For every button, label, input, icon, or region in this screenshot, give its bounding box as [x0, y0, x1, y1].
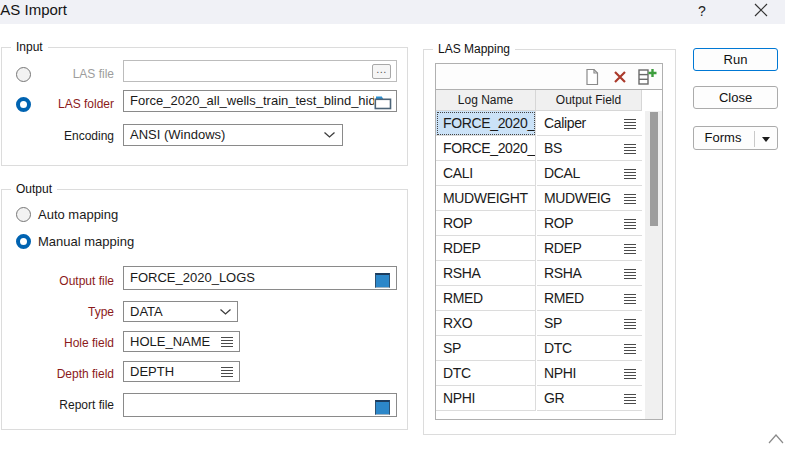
las-folder-input[interactable]: Force_2020_all_wells_train_test_blind_hi… [123, 90, 397, 112]
forms-dropdown-arrow-icon[interactable] [762, 137, 770, 142]
add-row-button[interactable] [638, 68, 657, 86]
encoding-select[interactable]: ANSI (Windows) [123, 124, 343, 146]
encoding-chevron-icon [324, 132, 335, 138]
report-file-label: Report file [32, 398, 114, 412]
las-folder-browse-button[interactable] [374, 95, 392, 110]
run-button[interactable]: Run [693, 48, 778, 71]
output-field-menu-icon[interactable] [624, 194, 636, 204]
close-dialog-button[interactable]: Close [693, 86, 778, 109]
output-field-cell[interactable]: BS [537, 136, 642, 161]
mapping-row: RXOSP [436, 311, 642, 336]
log-name-cell[interactable]: NPHI [436, 386, 536, 411]
las-folder-radio[interactable] [16, 97, 31, 112]
forms-separator [754, 131, 755, 147]
forms-button[interactable]: Forms [693, 126, 778, 150]
log-name-cell[interactable]: ROP [436, 211, 536, 236]
las-file-radio[interactable] [16, 67, 31, 82]
output-field-cell[interactable]: SP [537, 311, 642, 336]
mapping-row: MUDWEIGHTMUDWEIG [436, 186, 642, 211]
mapping-row: SPDTC [436, 336, 642, 361]
scrollbar-thumb[interactable] [650, 112, 658, 226]
output-field-cell[interactable]: RSHA [537, 261, 642, 286]
output-field-cell[interactable]: NPHI [537, 361, 642, 386]
mapping-table-scrollbar[interactable] [645, 111, 662, 419]
output-field-menu-icon[interactable] [624, 119, 636, 129]
encoding-label: Encoding [32, 128, 114, 144]
column-header-output-field[interactable]: Output Field [536, 90, 642, 111]
new-file-icon [584, 68, 600, 86]
mapping-table-header: Log Name Output Field [436, 90, 642, 111]
output-field-cell[interactable]: RDEP [537, 236, 642, 261]
output-field-cell[interactable]: GR [537, 386, 642, 411]
log-name-cell[interactable]: FORCE_2020_ [436, 136, 536, 161]
help-button[interactable]: ? [692, 0, 712, 22]
output-field-menu-icon[interactable] [624, 169, 636, 179]
hole-field-menu-icon[interactable] [221, 337, 233, 347]
output-field-cell[interactable]: ROP [537, 211, 642, 236]
log-name-cell[interactable]: RSHA [436, 261, 536, 286]
log-name-cell[interactable]: RXO [436, 311, 536, 336]
input-group-label: Input [11, 40, 48, 54]
mapping-row: CALIDCAL [436, 161, 642, 186]
log-name-cell[interactable]: SP [436, 336, 536, 361]
output-field-cell[interactable]: Caliper [537, 111, 642, 136]
mapping-table-body: FORCE_2020_CaliperFORCE_2020_BSCALIDCALM… [436, 111, 642, 419]
output-field-cell[interactable]: RMED [537, 286, 642, 311]
close-icon [749, 0, 773, 22]
mapping-row: RDEPRDEP [436, 236, 642, 261]
output-field-menu-icon[interactable] [624, 369, 636, 379]
log-name-cell[interactable]: DTC [436, 361, 536, 386]
log-name-cell[interactable]: CALI [436, 161, 536, 186]
log-name-cell[interactable]: RDEP [436, 236, 536, 261]
output-field-menu-icon[interactable] [624, 294, 636, 304]
manual-mapping-radio[interactable] [16, 234, 31, 249]
depth-field-label: Depth field [32, 367, 114, 381]
column-header-log-name[interactable]: Log Name [436, 90, 536, 111]
log-name-cell[interactable]: FORCE_2020_ [436, 111, 536, 136]
output-group-label: Output [11, 182, 57, 196]
manual-mapping-label: Manual mapping [38, 234, 134, 249]
output-file-picker-button[interactable] [375, 273, 390, 288]
log-name-cell[interactable]: RMED [436, 286, 536, 311]
report-file-picker-button[interactable] [375, 400, 390, 415]
output-field-cell[interactable]: MUDWEIG [537, 186, 642, 211]
mapping-row: RSHARSHA [436, 261, 642, 286]
las-mapping-group-label: LAS Mapping [433, 42, 515, 56]
log-name-cell[interactable]: MUDWEIGHT [436, 186, 536, 211]
folder-icon [374, 95, 392, 110]
mapping-toolbar [436, 64, 662, 90]
report-file-input[interactable] [123, 393, 397, 417]
type-label: Type [32, 305, 114, 319]
output-file-input[interactable]: FORCE_2020_LOGS [123, 266, 397, 290]
mapping-row: RMEDRMED [436, 286, 642, 311]
mapping-row: FORCE_2020_BS [436, 136, 642, 161]
output-field-menu-icon[interactable] [624, 144, 636, 154]
type-chevron-icon [220, 309, 231, 315]
close-button[interactable] [749, 0, 773, 22]
output-field-cell[interactable]: DCAL [537, 161, 642, 186]
output-field-menu-icon[interactable] [624, 219, 636, 229]
las-file-label: LAS file [32, 66, 114, 82]
depth-field-menu-icon[interactable] [221, 367, 233, 377]
auto-mapping-radio[interactable] [16, 207, 31, 222]
delete-mapping-button[interactable] [613, 70, 627, 84]
output-field-menu-icon[interactable] [624, 269, 636, 279]
output-field-cell[interactable]: DTC [537, 336, 642, 361]
hole-field-label: Hole field [32, 336, 114, 350]
output-group: Output Auto mapping Manual mapping Outpu… [1, 189, 408, 430]
output-field-menu-icon[interactable] [624, 394, 636, 404]
mapping-row: ROPROP [436, 211, 642, 236]
mapping-row: NPHIGR [436, 386, 642, 411]
mapping-row: DTCNPHI [436, 361, 642, 386]
las-folder-label: LAS folder [32, 96, 114, 112]
input-group: Input LAS file ... LAS folder Force_2020… [1, 47, 408, 166]
output-field-menu-icon[interactable] [624, 319, 636, 329]
mapping-row: FORCE_2020_Caliper [436, 111, 642, 136]
output-field-menu-icon[interactable] [624, 344, 636, 354]
las-file-input[interactable] [123, 60, 397, 82]
new-mapping-button[interactable] [584, 68, 600, 86]
expand-chevron-icon[interactable] [768, 433, 784, 445]
las-file-browse-button[interactable]: ... [372, 64, 391, 79]
output-field-menu-icon[interactable] [624, 244, 636, 254]
window-title: LAS Import [0, 1, 67, 18]
